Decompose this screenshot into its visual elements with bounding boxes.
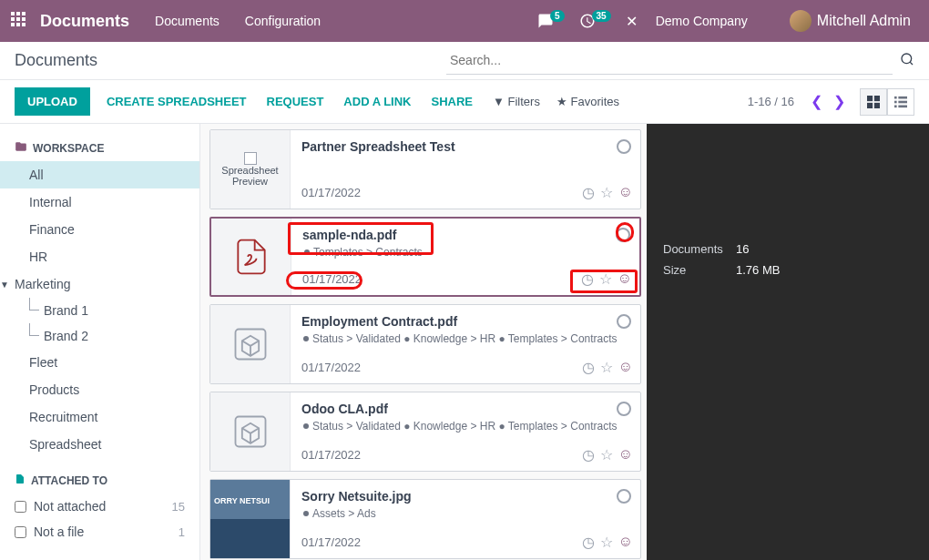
sidebar-item-all[interactable]: All (0, 161, 199, 188)
face-icon[interactable]: ☺ (618, 359, 633, 376)
document-row[interactable]: Spreadsheet Preview Partner Spreadsheet … (209, 129, 641, 209)
svg-rect-15 (894, 96, 897, 98)
upload-button[interactable]: UPLOAD (15, 87, 90, 116)
info-panel: Documents 16 Size 1.76 MB (647, 124, 929, 560)
svg-rect-14 (874, 102, 880, 107)
apps-icon[interactable] (11, 12, 26, 30)
face-icon[interactable]: ☺ (618, 184, 633, 201)
messages-icon[interactable]: 5 (537, 13, 565, 29)
user-menu[interactable]: Mitchell Admin (790, 10, 911, 32)
select-radio[interactable] (617, 402, 631, 416)
document-row[interactable]: ORRY NETSUI Sorry Netsuite.jpg Assets > … (209, 479, 641, 559)
sidebar-item-brand-1[interactable]: Brand 1 (0, 298, 199, 323)
sidebar-item-products[interactable]: Products (0, 376, 199, 403)
svg-rect-21 (245, 153, 256, 164)
clock-icon[interactable]: ◷ (582, 184, 595, 201)
face-icon[interactable]: ☺ (618, 446, 633, 463)
document-row[interactable]: Odoo CLA.pdf Status > Validated ● Knowle… (209, 392, 641, 472)
select-radio[interactable] (617, 489, 631, 504)
info-docs-label: Documents (663, 242, 736, 256)
add-link-button[interactable]: ADD A LINK (343, 95, 411, 108)
svg-rect-16 (898, 96, 907, 98)
doc-tags: Status > Validated ● Knowledge > HR ● Te… (301, 332, 629, 345)
user-name: Mitchell Admin (817, 13, 911, 29)
favorites-toggle[interactable]: ★ Favorites (556, 95, 619, 108)
svg-point-9 (902, 54, 912, 64)
request-button[interactable]: REQUEST (267, 95, 324, 108)
activities-icon[interactable]: 35 (579, 13, 611, 29)
svg-rect-11 (867, 96, 873, 101)
create-spreadsheet-button[interactable]: CREATE SPREADSHEET (107, 95, 247, 108)
nav-documents[interactable]: Documents (155, 14, 219, 28)
caret-down-icon: ▼ (0, 280, 11, 290)
doc-title: Partner Spreadsheet Test (301, 139, 629, 154)
clock-icon[interactable]: ◷ (582, 359, 595, 376)
sidebar: WORKSPACE All Internal Finance HR ▼Marke… (0, 124, 200, 560)
filters-toggle[interactable]: ▼ Filters (493, 95, 540, 108)
svg-rect-13 (867, 102, 873, 107)
doc-date: 01/17/2022 (301, 535, 629, 549)
clock-icon[interactable]: ◷ (582, 534, 595, 551)
sidebar-item-marketing[interactable]: ▼Marketing (0, 270, 199, 298)
company-switcher[interactable]: Demo Company (656, 14, 748, 28)
clock-icon[interactable]: ◷ (581, 270, 594, 288)
svg-rect-12 (874, 96, 880, 101)
view-list[interactable] (887, 88, 914, 116)
not-a-file-checkbox[interactable] (15, 526, 26, 538)
star-icon[interactable]: ☆ (600, 359, 613, 376)
svg-rect-18 (898, 100, 907, 103)
pager-prev[interactable]: ❮ (805, 93, 828, 110)
not-attached-checkbox[interactable] (15, 501, 26, 513)
sidebar-item-brand-2[interactable]: Brand 2 (0, 323, 199, 349)
tools-icon[interactable]: ✕ (626, 13, 638, 30)
doc-tags: Assets > Ads (301, 507, 629, 520)
document-row[interactable]: Employment Contract.pdf Status > Validat… (209, 304, 641, 384)
page-title: Documents (15, 51, 97, 70)
doc-date: 01/17/2022 (302, 272, 628, 286)
star-icon[interactable]: ☆ (600, 446, 613, 463)
svg-rect-17 (894, 100, 897, 103)
sidebar-item-finance[interactable]: Finance (0, 216, 199, 243)
doc-tags: Status > Validated ● Knowledge > HR ● Te… (301, 420, 629, 433)
share-button[interactable]: SHARE (432, 95, 474, 108)
doc-title: Odoo CLA.pdf (301, 402, 629, 416)
clock-icon[interactable]: ◷ (582, 446, 595, 463)
document-row[interactable]: sample-nda.pdf Templates > Contracts 01/… (209, 217, 641, 297)
svg-rect-8 (22, 23, 26, 26)
thumbnail-spreadsheet: Spreadsheet Preview (210, 130, 291, 209)
svg-rect-20 (898, 105, 907, 107)
svg-rect-19 (894, 105, 897, 107)
filter-not-a-file[interactable]: Not a file 1 (0, 519, 199, 545)
doc-title: Employment Contract.pdf (301, 314, 629, 329)
star-icon[interactable]: ☆ (599, 270, 612, 288)
info-docs-value: 16 (736, 242, 749, 256)
nav-configuration[interactable]: Configuration (245, 14, 321, 28)
view-kanban[interactable] (860, 88, 887, 116)
pager-next[interactable]: ❯ (828, 93, 851, 110)
doc-title: Sorry Netsuite.jpg (301, 489, 629, 504)
select-radio[interactable] (616, 228, 630, 242)
doc-date: 01/17/2022 (301, 448, 629, 462)
svg-rect-6 (11, 23, 15, 26)
thumbnail-box (210, 392, 291, 471)
select-radio[interactable] (617, 314, 631, 329)
toolbar: UPLOAD CREATE SPREADSHEET REQUEST ADD A … (0, 80, 929, 124)
sidebar-item-fleet[interactable]: Fleet (0, 349, 199, 376)
sidebar-item-spreadsheet[interactable]: Spreadsheet (0, 431, 199, 458)
star-icon[interactable]: ☆ (600, 184, 613, 201)
sidebar-item-internal[interactable]: Internal (0, 188, 199, 216)
star-icon[interactable]: ☆ (600, 534, 613, 551)
not-attached-count: 15 (172, 500, 185, 514)
svg-rect-5 (22, 17, 26, 21)
svg-rect-3 (11, 17, 15, 21)
sidebar-item-recruitment[interactable]: Recruitment (0, 403, 199, 431)
face-icon[interactable]: ☺ (618, 270, 632, 288)
search-input[interactable] (446, 47, 893, 75)
search-icon[interactable] (900, 52, 914, 70)
face-icon[interactable]: ☺ (618, 534, 633, 551)
sidebar-item-hr[interactable]: HR (0, 243, 199, 270)
doc-title: sample-nda.pdf (302, 228, 628, 242)
svg-rect-0 (11, 12, 15, 15)
select-radio[interactable] (617, 139, 631, 154)
filter-not-attached[interactable]: Not attached 15 (0, 494, 199, 519)
